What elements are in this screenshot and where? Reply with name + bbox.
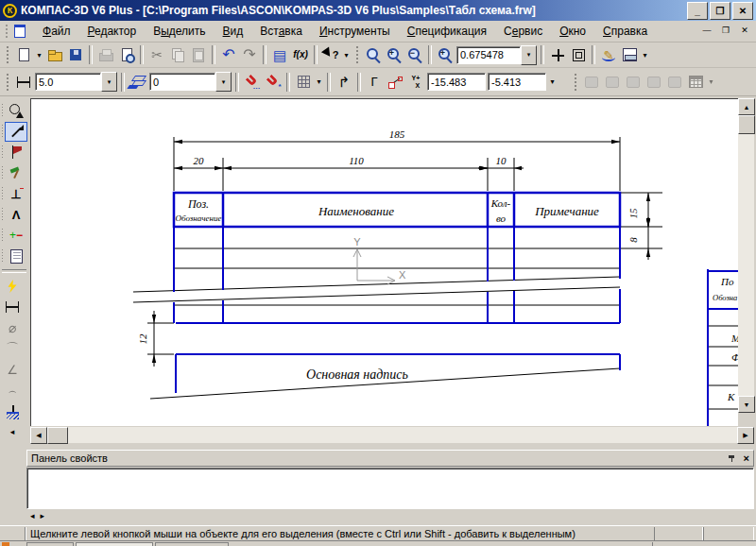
auto-dimension-button[interactable] [1,277,24,297]
mdi-restore-button[interactable]: ❐ [718,24,733,37]
toolbar-grip[interactable] [6,45,9,64]
snaps-button[interactable]: * [263,72,284,93]
selection-button[interactable]: +− [5,226,27,246]
taskbar-button-3[interactable] [155,542,229,546]
specification-button[interactable] [5,247,27,266]
measure-tool-2-button[interactable] [602,72,623,93]
cursor-step-value-combo[interactable]: ▾ [35,72,117,92]
local-cs-button[interactable]: ↱ [334,72,354,93]
radius-dimension-button[interactable]: ⌒ [1,339,24,359]
zoom-scale-combo[interactable]: ▾ [456,45,537,65]
menu-вставка[interactable]: Вставка [251,22,311,41]
vertical-scrollbar[interactable]: ▲ ▼ [738,98,754,413]
snap-settings-button[interactable]: … [242,72,263,93]
measure-tool-5-button[interactable] [664,72,685,93]
cut-button[interactable]: ✂ [146,44,167,65]
coordinate-y-field[interactable] [488,73,546,91]
minimize-button[interactable]: _ [687,2,708,20]
toolbar-grip[interactable] [6,73,9,92]
zoom-in-button[interactable]: + [384,44,404,65]
designations-button[interactable] [5,143,27,162]
datum-button[interactable] [1,401,24,421]
angle-dimension-button[interactable]: ∠ [1,360,24,380]
cursor-step-button[interactable] [13,72,34,93]
toolbar-grip[interactable] [1,103,4,118]
cursor-step-value-input[interactable] [35,73,101,91]
ortho-drawing-button[interactable]: Γ [364,72,385,93]
coordinates-dropdown[interactable]: ▾ [547,72,558,93]
pin-icon[interactable] [728,454,736,463]
new-document-dropdown[interactable]: ▾ [34,44,44,65]
mdi-close-button[interactable]: ✕ [737,24,752,37]
object-help-dropdown[interactable]: ▾ [341,44,352,65]
parametrization-button[interactable]: ⊥ [5,184,27,204]
copy-button[interactable] [167,44,188,65]
toolbar-grip[interactable] [1,186,4,201]
menu-grip[interactable] [5,24,9,40]
panel-scroll-left-button[interactable]: ◂ [1,422,24,442]
current-layer-input[interactable] [149,73,215,91]
scroll-up-button[interactable]: ▲ [738,98,755,115]
measurement-button[interactable]: Λ [5,205,27,225]
measure-tool-1-button[interactable] [581,72,602,93]
scroll-right-button[interactable]: ▶ [737,427,754,444]
toolbar-grip[interactable] [1,228,4,243]
toolbar-grip[interactable] [1,248,4,264]
toolbar-grip[interactable] [1,165,4,180]
diameter-dimension-button[interactable]: ⌀ [1,318,24,338]
taskbar-start-fragment[interactable] [2,542,9,546]
layers-button[interactable] [128,72,148,93]
toolbar-grip[interactable] [1,207,4,222]
horizontal-scroll-thumb[interactable] [47,427,68,444]
taskbar-button-2[interactable] [76,542,153,546]
properties-panel-body[interactable] [26,468,754,509]
redo-button[interactable]: ↷ [239,44,260,65]
toolbar-grip[interactable] [574,73,577,92]
zoom-scale-input[interactable] [456,46,521,64]
menu-выделить[interactable]: Выделить [145,22,214,41]
document-icon[interactable] [11,24,28,39]
cursor-step-value-dropdown[interactable]: ▾ [101,72,117,92]
coordinate-x-input[interactable] [427,73,486,91]
show-all-button[interactable] [568,44,589,65]
coordinate-x-field[interactable] [427,73,486,91]
coordinate-y-input[interactable] [488,73,546,91]
zoom-out-button[interactable]: − [404,44,425,65]
dimensions-button[interactable] [5,122,27,142]
maximize-button[interactable]: ❐ [710,2,730,20]
drawing-canvas[interactable]: 185 20 110 10 15 8 12 Поз. Обозначение Н… [30,98,738,426]
properties-tab-scroll-left[interactable]: ◂ [30,511,35,520]
properties-panel-titlebar[interactable]: Панель свойств × [26,450,754,467]
save-document-button[interactable] [65,44,86,65]
page-layout-dropdown[interactable]: ▾ [640,44,650,65]
menu-инструменты[interactable]: Инструменты [311,22,399,41]
dimension-lines[interactable] [147,137,662,367]
object-help-button[interactable]: ? [320,44,341,65]
vertical-scroll-thumb[interactable] [738,115,755,134]
undo-button[interactable]: ↶ [218,44,239,65]
zoom-button[interactable] [363,44,384,65]
measure-tool-3-button[interactable] [623,72,644,93]
scroll-down-button[interactable]: ▼ [738,396,755,413]
menu-спецификация[interactable]: Спецификация [399,22,495,41]
grid-button[interactable] [293,72,314,93]
grid-dropdown[interactable]: ▾ [314,72,324,93]
close-button[interactable]: ✕ [732,2,753,20]
vertical-scroll-track[interactable] [738,134,754,396]
drawing[interactable]: 185 20 110 10 15 8 12 Поз. Обозначение Н… [31,99,738,426]
menu-справка[interactable]: Справка [594,22,656,41]
coordinates-button[interactable]: Y+ X [405,72,426,93]
scroll-left-button[interactable]: ◀ [30,427,47,444]
mdi-minimize-button[interactable]: — [699,24,714,37]
print-button[interactable] [95,44,116,65]
current-layer-combo[interactable]: ▾ [149,72,232,92]
geometry-button[interactable] [5,101,27,121]
toolbar-grip[interactable] [355,45,359,64]
horizontal-scrollbar[interactable]: ◀ ▶ [30,427,754,443]
window-manager-button[interactable]: ▤ [269,44,290,65]
snap-points-button[interactable] [385,72,405,93]
menu-окно[interactable]: Окно [551,22,594,41]
new-document-button[interactable] [13,44,34,65]
arc-dimension-button[interactable]: ⌢ [1,381,24,401]
zoom-scale-dropdown[interactable]: ▾ [521,45,537,65]
